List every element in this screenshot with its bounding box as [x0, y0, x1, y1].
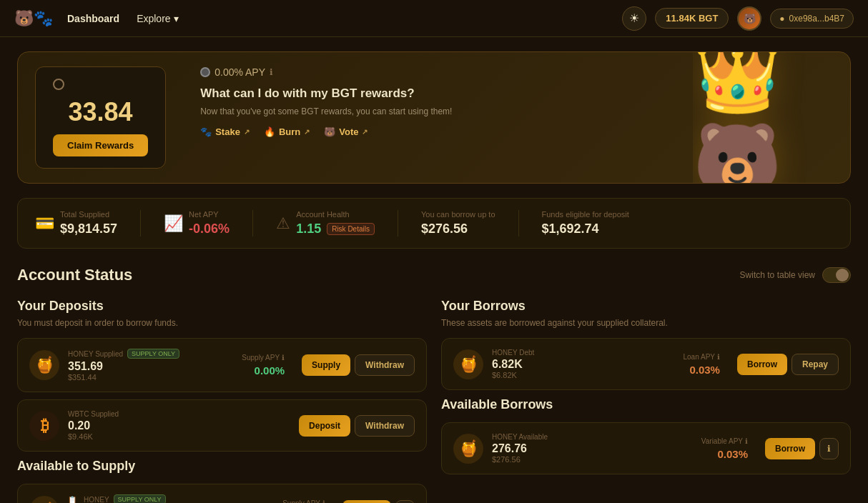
navbar: 🐻🐾 Dashboard Explore ▾ ☀ 11.84K BGT 🐻 ● …	[0, 0, 868, 37]
borrows-subtitle: These assets are borrowed against your s…	[441, 318, 851, 328]
eligible-deposit-value: $1,692.74	[542, 221, 629, 236]
stake-emoji: 🐾	[200, 126, 212, 137]
nav-dashboard[interactable]: Dashboard	[67, 13, 119, 24]
honey-available-apy-info-icon[interactable]: ℹ	[322, 499, 325, 503]
wbtc-deposit-button[interactable]: Deposit	[299, 415, 350, 437]
honey-loan-apy-info-icon[interactable]: ℹ	[717, 353, 720, 361]
honey-variable-apy-label: Variable APY ℹ	[701, 437, 748, 445]
wbtc-supplied-actions: Deposit Withdraw	[299, 415, 415, 437]
burn-link[interactable]: 🔥 Burn ↗	[264, 126, 310, 137]
chart-summary-icon: 📈	[164, 214, 183, 233]
total-supplied-value: $9,814.57	[60, 221, 117, 236]
honey-debt-label: HONEY Debt	[492, 349, 674, 357]
table-view-label: Switch to table view	[740, 270, 815, 280]
honey-available-supply-label: 📋 HONEY SUPPLY ONLY	[68, 494, 274, 503]
stake-link[interactable]: 🐾 Stake ↗	[200, 126, 250, 137]
claim-radio	[53, 79, 64, 90]
net-apy-item: Net APY -0.06%	[189, 210, 253, 236]
account-status-title: Account Status	[17, 266, 132, 284]
honey-repay-button[interactable]: Repay	[791, 354, 839, 375]
honey-available-supply-button[interactable]: Supply	[342, 500, 391, 503]
claim-box: 33.84 Claim Rewards	[35, 66, 166, 169]
honey-supplied-usd: $351.44	[68, 373, 233, 382]
apy-dot-icon	[200, 67, 210, 77]
wallet-icon: ●	[779, 14, 784, 24]
vote-link[interactable]: 🐻 Vote ↗	[324, 126, 368, 137]
honey-available-apy: Supply APY ℹ 0.00%	[282, 499, 325, 503]
deposits-title: Your Deposits	[17, 299, 427, 314]
toggle-knob	[836, 269, 849, 282]
honey-borrow-avail-icon: 🍯	[453, 434, 483, 464]
stake-label: Stake	[215, 126, 240, 137]
bear-king-icon: 👑🐻	[693, 52, 850, 183]
borrow-limit-value: $276.56	[421, 221, 495, 236]
honey-available-borrow-info-button[interactable]: ℹ	[819, 438, 839, 459]
bgt-balance-badge[interactable]: 11.84K BGT	[655, 8, 729, 29]
burn-emoji: 🔥	[264, 126, 275, 137]
account-status-header: Account Status Switch to table view	[17, 266, 851, 284]
borrows-column: Your Borrows These assets are borrowed a…	[441, 299, 851, 503]
deposits-borrows-grid: Your Deposits You must deposit in order …	[17, 299, 851, 503]
stake-external-icon: ↗	[244, 128, 250, 136]
wbtc-supplied-usd: $9.46K	[68, 432, 273, 441]
wallet-address-button[interactable]: ● 0xe98a...b4B7	[770, 9, 854, 29]
borrow-limit-item: You can borrow up to $276.56	[421, 210, 519, 236]
honey-supplied-apy: Supply APY ℹ 0.00%	[242, 354, 285, 377]
borrows-title: Your Borrows	[441, 299, 851, 314]
wbtc-supplied-info: WBTC Supplied 0.20 $9.46K	[68, 410, 273, 441]
account-summary-bar: 💳 Total Supplied $9,814.57 📈 Net APY -0.…	[17, 198, 851, 249]
vote-external-icon: ↗	[362, 128, 368, 136]
net-apy-value: -0.06%	[189, 221, 230, 236]
nav-right: ☀ 11.84K BGT 🐻 ● 0xe98a...b4B7	[622, 6, 854, 31]
honey-available-supply-actions: Supply ℹ	[342, 500, 415, 503]
honey-available-borrow-button[interactable]: Borrow	[765, 438, 815, 459]
apy-info-icon[interactable]: ℹ	[270, 67, 273, 77]
logo[interactable]: 🐻🐾	[14, 9, 53, 28]
deposits-column: Your Deposits You must deposit in order …	[17, 299, 427, 503]
risk-details-badge[interactable]: Risk Details	[327, 223, 375, 235]
honey-withdraw-button[interactable]: Withdraw	[355, 354, 415, 376]
honey-supply-button[interactable]: Supply	[302, 354, 350, 376]
honey-borrow-avail-apy: Variable APY ℹ 0.03%	[701, 437, 748, 460]
table-view-toggle: Switch to table view	[740, 267, 851, 283]
honey-debt-icon: 🍯	[453, 349, 483, 379]
honey-borrow-button[interactable]: Borrow	[737, 354, 787, 375]
health-warning-icon: ⚠	[276, 214, 290, 233]
avatar[interactable]: 🐻	[737, 6, 761, 31]
account-health-item: Account Health 1.15 Risk Details	[296, 210, 398, 236]
honey-supplied-actions: Supply Withdraw	[302, 354, 415, 376]
claim-rewards-button[interactable]: Claim Rewards	[53, 134, 148, 156]
wbtc-supplied-card: ₿ WBTC Supplied 0.20 $9.46K Deposit With…	[17, 399, 427, 452]
honey-available-supply-info-button[interactable]: ℹ	[395, 500, 415, 503]
honey-supply-only-badge: SUPPLY ONLY	[127, 349, 179, 359]
honey-supplied-card: 🍯 HONEY Supplied SUPPLY ONLY 351.69 $351…	[17, 338, 427, 392]
chevron-down-icon: ▾	[174, 13, 179, 24]
honey-loan-apy-value: 0.03%	[689, 364, 720, 376]
honey-supplied-amount: 351.69	[68, 360, 233, 373]
burn-external-icon: ↗	[304, 128, 310, 136]
main-content: 33.84 Claim Rewards 0.00% APY ℹ What can…	[0, 37, 868, 503]
honey-available-info: 📋 HONEY SUPPLY ONLY 1.60K $1.60K	[68, 494, 274, 503]
honey-variable-apy-info-icon[interactable]: ℹ	[745, 437, 748, 445]
burn-label: Burn	[279, 126, 300, 137]
health-row: 1.15 Risk Details	[296, 221, 375, 236]
honey-debt-amount: 6.82K	[492, 358, 674, 371]
theme-toggle-button[interactable]: ☀	[622, 6, 646, 31]
health-value: 1.15	[296, 221, 321, 236]
honey-debt-card: 🍯 HONEY Debt 6.82K $6.82K Loan APY ℹ 0.0…	[441, 338, 851, 390]
borrow-limit-label: You can borrow up to	[421, 210, 495, 219]
honey-available-apy-label: Supply APY ℹ	[282, 499, 325, 503]
honey-supplied-info: HONEY Supplied SUPPLY ONLY 351.69 $351.4…	[68, 349, 233, 382]
vote-label: Vote	[339, 126, 358, 137]
honey-borrow-avail-amount: 276.76	[492, 442, 693, 455]
table-view-switch[interactable]	[822, 267, 851, 283]
honey-supply-apy-info-icon[interactable]: ℹ	[282, 354, 285, 362]
wbtc-withdraw-button[interactable]: Withdraw	[355, 415, 415, 437]
theme-icon: ☀	[629, 11, 639, 25]
nav-explore[interactable]: Explore ▾	[137, 13, 178, 24]
honey-supplied-icon: 🍯	[29, 350, 59, 380]
wbtc-supplied-amount: 0.20	[68, 419, 273, 432]
honey-debt-actions: Borrow Repay	[737, 354, 839, 375]
honey-borrow-avail-usd: $276.56	[492, 455, 693, 464]
wbtc-supplied-label: WBTC Supplied	[68, 410, 273, 418]
